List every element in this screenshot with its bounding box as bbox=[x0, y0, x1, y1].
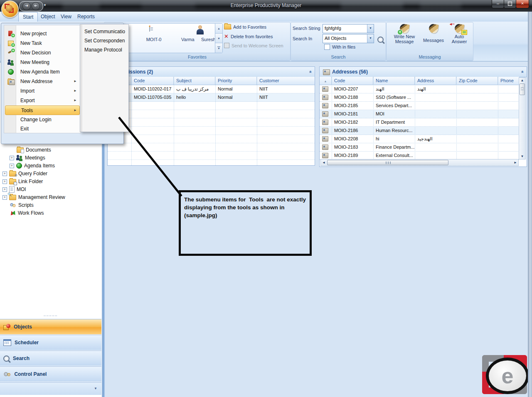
address-row[interactable]: MOIO-2183 Finance Departm... bbox=[320, 143, 519, 152]
minimize-button[interactable]: – bbox=[492, 0, 504, 8]
app-orb-button[interactable] bbox=[1, 0, 19, 18]
submenu-item-set-correspondence[interactable]: Set Corresponden bbox=[84, 38, 125, 44]
address-row[interactable]: MOIO-2185 Services Depart... bbox=[320, 102, 519, 110]
addresses-hscrollbar[interactable]: ◄ ► bbox=[320, 159, 519, 166]
tree-item-agenda-items[interactable]: + Agenda Items bbox=[10, 162, 55, 169]
auto-answer-button[interactable]: ◄┅ Auto Answer bbox=[447, 23, 471, 44]
gallery-more-button[interactable]: ▼ bbox=[215, 43, 222, 53]
title-bar: Enterprise Productivity Manager – × bbox=[0, 0, 532, 12]
close-button[interactable]: × bbox=[516, 0, 529, 8]
menu-item-import[interactable]: Import ► bbox=[5, 86, 79, 96]
expander-icon[interactable]: + bbox=[2, 172, 7, 176]
missions-col-priority[interactable]: Priority bbox=[215, 77, 257, 85]
qat-customize-chevron[interactable]: ▼ bbox=[43, 3, 47, 7]
addresses-col-code[interactable]: Code bbox=[332, 77, 373, 85]
tab-reports[interactable]: Reports bbox=[73, 12, 99, 21]
menu-item-tools[interactable]: Tools ► bbox=[5, 105, 80, 115]
ribbon-group-search: Search Search String fghfghfg ▼ Search I… bbox=[291, 22, 386, 61]
address-row[interactable]: MOIO-2189 External Consult... bbox=[320, 152, 519, 160]
write-new-message-button[interactable]: + Write New Message bbox=[392, 23, 417, 44]
submenu-item-manage-protocol[interactable]: Manage Protocol bbox=[84, 47, 122, 53]
addresses-col-address[interactable]: Address bbox=[415, 77, 456, 85]
with-in-files-option[interactable]: With in files bbox=[324, 44, 355, 50]
missions-col-code[interactable]: Code bbox=[131, 77, 174, 85]
tree-item-query-folder[interactable]: + ⚙ Query Folder bbox=[2, 170, 47, 177]
favorite-item-suresh[interactable]: Suresh bbox=[201, 37, 216, 42]
favorite-item-varma[interactable]: Varma bbox=[181, 37, 195, 42]
menu-item-new-task[interactable]: + New Task bbox=[5, 38, 79, 48]
nav-options-chevron[interactable]: ▼ bbox=[94, 387, 97, 390]
address-row[interactable]: MOIO-2188 SSD (Software ... bbox=[320, 93, 519, 102]
scroll-down-button[interactable]: ▼ bbox=[519, 154, 525, 158]
scroll-up-button[interactable]: ▲ bbox=[519, 78, 525, 82]
menu-item-new-addresse[interactable]: New Addresse ► bbox=[5, 76, 79, 86]
menu-item-new-project[interactable]: + New project bbox=[5, 29, 79, 38]
address-row[interactable]: MOIO-2182 IT Department bbox=[320, 118, 519, 127]
tab-object[interactable]: Object bbox=[37, 12, 59, 21]
tab-start[interactable]: Start bbox=[18, 12, 38, 22]
hscroll-thumb[interactable] bbox=[327, 160, 448, 165]
addresses-col-phone[interactable]: Phone bbox=[498, 77, 519, 85]
favorite-item-moit0[interactable]: MOIT-0 bbox=[141, 37, 166, 42]
tree-item-management-review[interactable]: + 🔍 Management Review bbox=[2, 194, 65, 201]
back-button[interactable]: ➜ bbox=[32, 2, 40, 10]
vscroll-thumb[interactable] bbox=[520, 83, 525, 95]
menu-item-new-agenda-item[interactable]: New Agenda Item bbox=[5, 67, 79, 76]
forward-button[interactable]: ➜ bbox=[22, 2, 31, 10]
address-row[interactable]: MOIO-2208 hi الهندجيد bbox=[320, 135, 519, 143]
addresses-col-zip[interactable]: Zip Code bbox=[456, 77, 498, 85]
menu-item-new-decision[interactable]: + New Decision bbox=[5, 48, 79, 57]
gallery-scroll-down[interactable]: ▼ bbox=[215, 34, 222, 44]
scroll-left-button[interactable]: ◄ bbox=[322, 161, 325, 164]
tree-item-documents[interactable]: Documents bbox=[17, 146, 51, 154]
addresses-collapse-chevron[interactable]: » bbox=[520, 71, 525, 73]
messages-button[interactable]: Messages bbox=[421, 23, 446, 43]
missions-row[interactable]: MOID-110202-017 مركز تدريبا ف ب Normal N… bbox=[108, 85, 315, 93]
missions-col-subject[interactable]: Subject bbox=[174, 77, 215, 85]
search-go-button[interactable] bbox=[377, 37, 384, 43]
nav-control-panel[interactable]: ⚙⚙ Control Panel bbox=[0, 366, 101, 382]
tree-item-work-flows[interactable]: Work Flows bbox=[10, 209, 44, 217]
search-in-combo[interactable]: All Objects ▼ bbox=[323, 34, 374, 43]
restore-button[interactable] bbox=[504, 0, 516, 8]
submenu-item-set-communication[interactable]: Set Communicatio bbox=[84, 29, 125, 34]
tab-view[interactable]: View bbox=[57, 12, 76, 21]
tree-item-moi[interactable]: + MOI bbox=[2, 186, 26, 193]
tree-item-scripts[interactable]: ⚙⚙ Scripts bbox=[10, 201, 34, 209]
addresses-col-name[interactable]: Name bbox=[373, 77, 415, 85]
tree-item-link-folder[interactable]: + Link Folder bbox=[2, 178, 43, 185]
sort-asc-icon: ▲ bbox=[324, 80, 327, 83]
scroll-right-button[interactable]: ► bbox=[514, 161, 517, 164]
expander-icon[interactable]: + bbox=[2, 187, 7, 192]
expander-icon[interactable]: + bbox=[10, 156, 14, 160]
address-row[interactable]: MOIO-2186 Human Resourc... bbox=[320, 127, 519, 135]
expander-icon[interactable]: + bbox=[2, 179, 7, 184]
menu-item-exit[interactable]: Exit bbox=[5, 124, 79, 133]
address-row[interactable]: MOIO-2207 الهند الهند bbox=[320, 85, 519, 93]
nav-search[interactable]: Search bbox=[0, 350, 101, 366]
nav-objects[interactable]: Objects bbox=[0, 319, 101, 334]
send-to-welcome-screen-button[interactable]: Send to Welcome Screen bbox=[224, 43, 283, 48]
menu-item-change-login[interactable]: Change Login bbox=[5, 115, 79, 124]
addresses-col-sort[interactable]: ▲ bbox=[320, 77, 332, 85]
address-row[interactable]: MOIO-2181 MOI bbox=[320, 110, 519, 118]
nav-scheduler[interactable]: Scheduler bbox=[0, 335, 101, 350]
missions-collapse-chevron[interactable]: » bbox=[308, 71, 313, 73]
menu-item-export[interactable]: Export ► bbox=[5, 96, 79, 105]
sidebar-grip[interactable]: ┄┄┄┄┄ bbox=[0, 314, 101, 319]
expander-icon[interactable]: + bbox=[10, 164, 14, 168]
menu-item-new-meeting[interactable]: New Meeting bbox=[5, 57, 79, 67]
gallery-scroll: ▲ ▼ ▼ bbox=[215, 24, 222, 53]
search-string-combo[interactable]: fghfghfg ▼ bbox=[323, 24, 374, 33]
missions-col-customer[interactable]: Customer bbox=[257, 77, 315, 85]
addresses-vscrollbar[interactable]: ▲ ▼ bbox=[519, 77, 526, 159]
combo-dropdown-button[interactable]: ▼ bbox=[367, 34, 374, 43]
missions-row[interactable]: MOID-110705-035 hello Normal NIIT bbox=[108, 93, 315, 102]
gallery-scroll-up[interactable]: ▲ bbox=[215, 24, 222, 34]
combo-dropdown-button[interactable]: ▼ bbox=[367, 25, 374, 33]
tree-item-meetings[interactable]: + Meetings bbox=[10, 154, 45, 162]
add-to-favorites-button[interactable]: ★ Add to Favorites bbox=[224, 24, 266, 29]
expander-icon[interactable]: + bbox=[2, 195, 7, 200]
delete-from-favorites-button[interactable]: ✕ Delete from favorites bbox=[224, 33, 273, 39]
with-in-files-checkbox[interactable] bbox=[324, 44, 330, 50]
